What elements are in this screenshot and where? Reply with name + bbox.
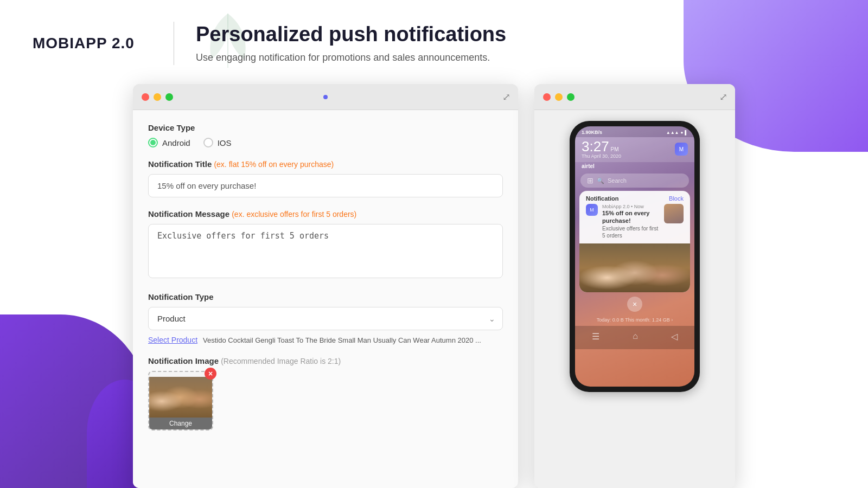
notification-message-textarea[interactable]: Exclusive offers for first 5 orders xyxy=(148,224,503,278)
phone-time: 3:27 xyxy=(582,139,609,153)
notif-image xyxy=(579,243,690,292)
image-remove-button[interactable]: × xyxy=(205,368,216,380)
phone-mockup: 1.90KB/s ▲▲▲ ● ▌ 3:27 PM xyxy=(570,121,700,392)
home-icon[interactable]: ⌂ xyxy=(633,331,638,341)
hamburger-icon[interactable]: ☰ xyxy=(592,331,599,342)
notif-image-girls xyxy=(579,243,690,292)
notification-message-hint: (ex. exclusive offers for first 5 orders… xyxy=(232,210,356,219)
phone-close-button[interactable]: × xyxy=(627,297,642,312)
notification-type-label: Notification Type xyxy=(148,292,503,301)
phone-bottom-nav: ☰ ⌂ ◁ xyxy=(575,326,694,349)
phone-data-text: Today: 0.0 B This month: 1.24 GB › xyxy=(575,315,694,326)
image-dashed-box[interactable]: Change xyxy=(148,371,213,431)
main-content: ⤢ Device Type Android IOS xyxy=(0,84,868,488)
device-type-section: Device Type Android IOS xyxy=(148,123,503,147)
notification-card: Notification Block M MobiApp 2.0 • Now 1… xyxy=(579,191,690,292)
notification-message-section: Notification Message (ex. exclusive offe… xyxy=(148,209,503,280)
dot-yellow[interactable] xyxy=(154,93,161,101)
wifi-icon: ● xyxy=(680,130,683,135)
ios-label: IOS xyxy=(218,138,232,147)
android-radio[interactable]: Android xyxy=(148,138,190,147)
image-upload-wrap: Change × xyxy=(148,371,213,431)
notification-type-select-wrap: Product ⌄ xyxy=(148,307,503,330)
phone-app-icon: M xyxy=(675,143,688,156)
header-subtitle: Use engaging notification for promotions… xyxy=(196,51,835,65)
window-center-dot xyxy=(323,95,328,99)
status-speed: 1.90KB/s xyxy=(582,130,602,135)
preview-window-dots xyxy=(543,93,575,101)
preview-titlebar: ⤢ xyxy=(534,84,735,110)
notification-type-select[interactable]: Product xyxy=(148,307,503,330)
android-radio-circle xyxy=(148,138,158,147)
notification-message-label: Notification Message (ex. exclusive offe… xyxy=(148,209,503,219)
preview-dot-yellow[interactable] xyxy=(555,93,563,101)
preview-dot-green[interactable] xyxy=(567,93,575,101)
header-title: Personalized push notifications xyxy=(196,22,835,47)
notification-title-hint: (ex. flat 15% off on every purchase) xyxy=(214,160,334,169)
image-preview xyxy=(149,377,212,418)
phone-time-date: 3:27 PM Thu April 30, 2020 xyxy=(582,139,621,159)
notification-image-section: Notification Image (Recommended Image Ra… xyxy=(148,356,503,431)
notif-header-title: Notification xyxy=(586,195,619,202)
form-titlebar: ⤢ xyxy=(133,84,518,110)
grid-icon: ⊞ xyxy=(587,176,593,185)
phone-date: Thu April 30, 2020 xyxy=(582,153,621,159)
notification-type-section: Notification Type Product ⌄ Select Produ… xyxy=(148,292,503,344)
notif-app-icon: M xyxy=(586,204,598,216)
phone-screen: 1.90KB/s ▲▲▲ ● ▌ 3:27 PM xyxy=(575,126,694,387)
phone-search-icon: 🔍 xyxy=(597,177,604,184)
select-product-link[interactable]: Select Product xyxy=(148,336,197,344)
app-logo: MOBIAPP 2.0 xyxy=(33,35,152,52)
header: MOBIAPP 2.0 Personalized push notificati… xyxy=(0,0,868,87)
form-window: ⤢ Device Type Android IOS xyxy=(133,84,518,488)
device-type-label: Device Type xyxy=(148,123,503,132)
select-product-row: Select Product Vestido Cocktail Gengli T… xyxy=(148,336,503,344)
notification-title-label: Notification Title (ex. flat 15% off on … xyxy=(148,159,503,169)
airtel-text: airtel xyxy=(575,162,694,170)
preview-window: ⤢ 1.90KB/s ▲▲▲ ● ▌ xyxy=(534,84,735,488)
ios-radio-circle xyxy=(203,138,213,147)
notification-title-section: Notification Title (ex. flat 15% off on … xyxy=(148,159,503,197)
expand-icon[interactable]: ⤢ xyxy=(502,91,510,103)
image-preview-girls xyxy=(149,377,212,418)
notif-header: Notification Block xyxy=(579,191,690,204)
notif-block-button[interactable]: Block xyxy=(669,195,684,202)
notif-app-name: MobiApp 2.0 • Now xyxy=(602,204,660,209)
dot-green[interactable] xyxy=(165,93,173,101)
android-label: Android xyxy=(162,138,190,147)
phone-mockup-wrap: 1.90KB/s ▲▲▲ ● ▌ 3:27 PM xyxy=(534,110,735,488)
phone-time-bar: 3:27 PM Thu April 30, 2020 M xyxy=(575,137,694,162)
phone-time-suffix: PM xyxy=(611,146,619,152)
image-change-label[interactable]: Change xyxy=(149,418,212,429)
notif-thumbnail xyxy=(664,204,684,223)
preview-expand-icon[interactable]: ⤢ xyxy=(719,91,727,103)
window-dots xyxy=(142,93,173,101)
notification-image-label: Notification Image (Recommended Image Ra… xyxy=(148,356,503,365)
signal-icon: ▲▲▲ xyxy=(666,130,679,135)
battery-icon: ▌ xyxy=(685,130,688,135)
phone-status-bar: 1.90KB/s ▲▲▲ ● ▌ xyxy=(575,126,694,137)
header-text: Personalized push notifications Use enga… xyxy=(196,22,835,65)
notif-texts: MobiApp 2.0 • Now 15% off on every purch… xyxy=(602,204,660,239)
status-right-icons: ▲▲▲ ● ▌ xyxy=(666,130,688,135)
notification-title-input[interactable] xyxy=(148,174,503,197)
app-icon-letter: M xyxy=(679,146,684,152)
phone-search-text: Search xyxy=(608,177,627,184)
phone-search-bar[interactable]: ⊞ 🔍 Search xyxy=(580,174,689,188)
back-icon[interactable]: ◁ xyxy=(671,331,678,342)
header-divider xyxy=(174,22,174,65)
notif-content: M MobiApp 2.0 • Now 15% off on every pur… xyxy=(579,204,690,243)
device-type-radio-group: Android IOS xyxy=(148,138,503,147)
dot-red[interactable] xyxy=(142,93,149,101)
phone-data-arrow: › xyxy=(671,317,673,323)
preview-dot-red[interactable] xyxy=(543,93,551,101)
image-hint: (Recommended Image Ratio is 2:1) xyxy=(221,357,341,365)
form-body: Device Type Android IOS Notification Tit… xyxy=(133,110,518,488)
notif-msg-body: Exclusive offers for first 5 orders xyxy=(602,225,660,239)
notif-msg-title: 15% off on every purchase! xyxy=(602,209,660,225)
select-product-text: Vestido Cocktail Gengli Toast To The Bri… xyxy=(203,336,481,344)
ios-radio[interactable]: IOS xyxy=(203,138,232,147)
